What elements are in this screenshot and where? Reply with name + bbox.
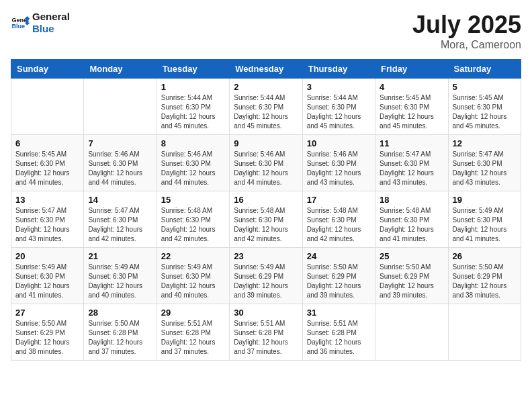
calendar-cell: 16Sunrise: 5:48 AM Sunset: 6:30 PM Dayli… [230,191,302,248]
day-number: 14 [88,195,152,205]
calendar-cell: 5Sunrise: 5:45 AM Sunset: 6:30 PM Daylig… [448,79,521,135]
calendar-cell: 7Sunrise: 5:46 AM Sunset: 6:30 PM Daylig… [84,135,157,191]
calendar-cell: 2Sunrise: 5:44 AM Sunset: 6:30 PM Daylig… [230,79,302,135]
day-info: Sunrise: 5:44 AM Sunset: 6:30 PM Dayligh… [307,93,371,131]
day-number: 10 [307,138,371,148]
calendar-cell: 13Sunrise: 5:47 AM Sunset: 6:30 PM Dayli… [11,191,84,248]
day-number: 31 [307,308,371,318]
page-header: General Blue General Blue July 2025 Mora… [11,11,521,51]
day-number: 20 [15,251,79,261]
calendar-cell [84,79,157,135]
day-number: 27 [15,308,79,318]
calendar-cell [375,304,448,361]
day-number: 29 [161,308,225,318]
calendar-cell: 28Sunrise: 5:50 AM Sunset: 6:28 PM Dayli… [84,304,157,361]
day-info: Sunrise: 5:49 AM Sunset: 6:30 PM Dayligh… [161,263,225,300]
month-title: July 2025 [412,11,521,39]
day-number: 25 [380,251,443,261]
calendar-cell: 1Sunrise: 5:44 AM Sunset: 6:30 PM Daylig… [157,79,229,135]
calendar-cell: 10Sunrise: 5:46 AM Sunset: 6:30 PM Dayli… [302,135,375,191]
day-number: 19 [453,195,517,205]
calendar-cell: 20Sunrise: 5:49 AM Sunset: 6:30 PM Dayli… [11,248,84,304]
calendar-cell: 11Sunrise: 5:47 AM Sunset: 6:30 PM Dayli… [375,135,448,191]
day-number: 3 [307,82,371,92]
day-info: Sunrise: 5:49 AM Sunset: 6:30 PM Dayligh… [453,206,517,244]
day-number: 6 [15,138,79,148]
day-info: Sunrise: 5:47 AM Sunset: 6:30 PM Dayligh… [453,150,517,187]
day-info: Sunrise: 5:48 AM Sunset: 6:30 PM Dayligh… [161,206,225,244]
day-number: 15 [161,195,225,205]
day-number: 13 [15,195,79,205]
day-number: 24 [307,251,371,261]
day-info: Sunrise: 5:47 AM Sunset: 6:30 PM Dayligh… [380,150,443,187]
col-header-sunday: Sunday [11,60,84,79]
svg-text:Blue: Blue [11,23,25,30]
day-number: 2 [234,82,298,92]
day-number: 16 [234,195,298,205]
day-info: Sunrise: 5:46 AM Sunset: 6:30 PM Dayligh… [307,150,371,187]
col-header-friday: Friday [375,60,448,79]
calendar-cell: 12Sunrise: 5:47 AM Sunset: 6:30 PM Dayli… [448,135,521,191]
day-info: Sunrise: 5:50 AM Sunset: 6:29 PM Dayligh… [307,263,371,300]
day-info: Sunrise: 5:44 AM Sunset: 6:30 PM Dayligh… [161,93,225,131]
day-number: 12 [453,138,517,148]
calendar-cell: 31Sunrise: 5:51 AM Sunset: 6:28 PM Dayli… [302,304,375,361]
logo-line1: General [32,11,70,23]
calendar-cell: 27Sunrise: 5:50 AM Sunset: 6:29 PM Dayli… [11,304,84,361]
day-info: Sunrise: 5:44 AM Sunset: 6:30 PM Dayligh… [234,93,298,131]
calendar-cell: 15Sunrise: 5:48 AM Sunset: 6:30 PM Dayli… [157,191,229,248]
day-info: Sunrise: 5:46 AM Sunset: 6:30 PM Dayligh… [234,150,298,187]
calendar-cell: 3Sunrise: 5:44 AM Sunset: 6:30 PM Daylig… [302,79,375,135]
day-info: Sunrise: 5:45 AM Sunset: 6:30 PM Dayligh… [15,150,79,187]
day-number: 17 [307,195,371,205]
day-info: Sunrise: 5:51 AM Sunset: 6:28 PM Dayligh… [234,319,298,357]
day-number: 22 [161,251,225,261]
calendar-cell: 8Sunrise: 5:46 AM Sunset: 6:30 PM Daylig… [157,135,229,191]
day-info: Sunrise: 5:49 AM Sunset: 6:30 PM Dayligh… [88,263,152,300]
calendar-cell [448,304,521,361]
calendar-cell: 23Sunrise: 5:49 AM Sunset: 6:29 PM Dayli… [230,248,302,304]
day-number: 26 [453,251,517,261]
day-number: 28 [88,308,152,318]
col-header-saturday: Saturday [448,60,521,79]
day-info: Sunrise: 5:47 AM Sunset: 6:30 PM Dayligh… [15,206,79,244]
col-header-monday: Monday [84,60,157,79]
day-number: 23 [234,251,298,261]
day-number: 21 [88,251,152,261]
day-info: Sunrise: 5:48 AM Sunset: 6:30 PM Dayligh… [234,206,298,244]
day-info: Sunrise: 5:51 AM Sunset: 6:28 PM Dayligh… [161,319,225,357]
logo: General Blue General Blue [11,11,70,35]
day-number: 18 [380,195,443,205]
calendar-cell: 24Sunrise: 5:50 AM Sunset: 6:29 PM Dayli… [302,248,375,304]
calendar: Sunday Monday Tuesday Wednesday Thursday… [11,59,521,361]
calendar-cell: 4Sunrise: 5:45 AM Sunset: 6:30 PM Daylig… [375,79,448,135]
calendar-cell: 14Sunrise: 5:47 AM Sunset: 6:30 PM Dayli… [84,191,157,248]
col-header-tuesday: Tuesday [157,60,229,79]
day-info: Sunrise: 5:46 AM Sunset: 6:30 PM Dayligh… [88,150,152,187]
calendar-cell: 21Sunrise: 5:49 AM Sunset: 6:30 PM Dayli… [84,248,157,304]
calendar-cell: 6Sunrise: 5:45 AM Sunset: 6:30 PM Daylig… [11,135,84,191]
calendar-cell: 22Sunrise: 5:49 AM Sunset: 6:30 PM Dayli… [157,248,229,304]
day-number: 8 [161,138,225,148]
logo-icon: General Blue [11,13,30,32]
calendar-cell: 26Sunrise: 5:50 AM Sunset: 6:29 PM Dayli… [448,248,521,304]
calendar-cell: 19Sunrise: 5:49 AM Sunset: 6:30 PM Dayli… [448,191,521,248]
calendar-cell [11,79,84,135]
day-info: Sunrise: 5:50 AM Sunset: 6:29 PM Dayligh… [15,319,79,357]
title-block: July 2025 Mora, Cameroon [412,11,521,51]
day-number: 30 [234,308,298,318]
logo-line2: Blue [32,23,70,35]
calendar-cell: 30Sunrise: 5:51 AM Sunset: 6:28 PM Dayli… [230,304,302,361]
day-number: 11 [380,138,443,148]
calendar-cell: 17Sunrise: 5:48 AM Sunset: 6:30 PM Dayli… [302,191,375,248]
calendar-week-4: 20Sunrise: 5:49 AM Sunset: 6:30 PM Dayli… [11,248,521,304]
day-number: 7 [88,138,152,148]
day-info: Sunrise: 5:51 AM Sunset: 6:28 PM Dayligh… [307,319,371,357]
calendar-week-3: 13Sunrise: 5:47 AM Sunset: 6:30 PM Dayli… [11,191,521,248]
day-info: Sunrise: 5:50 AM Sunset: 6:29 PM Dayligh… [380,263,443,300]
day-info: Sunrise: 5:50 AM Sunset: 6:28 PM Dayligh… [88,319,152,357]
day-info: Sunrise: 5:46 AM Sunset: 6:30 PM Dayligh… [161,150,225,187]
day-info: Sunrise: 5:45 AM Sunset: 6:30 PM Dayligh… [380,93,443,131]
col-header-thursday: Thursday [302,60,375,79]
calendar-week-2: 6Sunrise: 5:45 AM Sunset: 6:30 PM Daylig… [11,135,521,191]
